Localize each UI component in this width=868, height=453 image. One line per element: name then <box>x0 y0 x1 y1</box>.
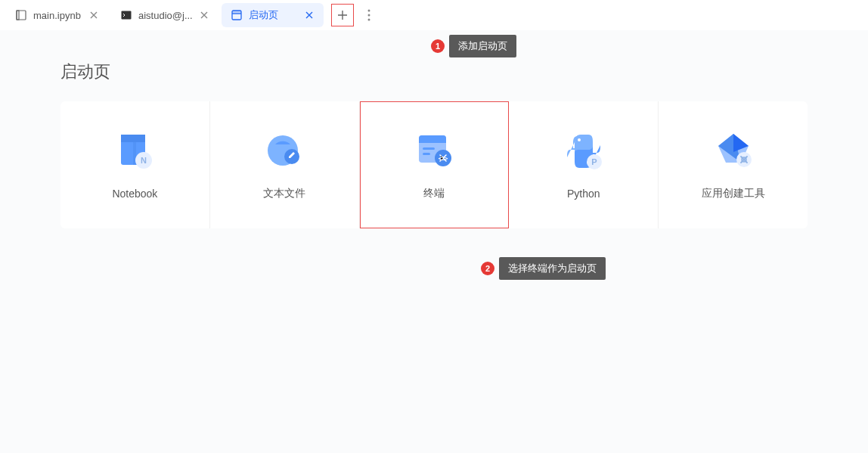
callout-add-launcher: 1 添加启动页 <box>431 35 516 57</box>
launcher-card-terminal[interactable]: <> 终端 <box>360 101 510 228</box>
tab-notebook[interactable]: main.ipynb <box>6 3 108 27</box>
launcher-card-python[interactable]: P Python <box>509 101 659 228</box>
tab-label: 启动页 <box>249 8 298 22</box>
launcher-grid: N Notebook 文本文件 <box>60 101 808 228</box>
launcher-card-label: Notebook <box>112 188 157 200</box>
launcher-card-label: Python <box>567 188 600 200</box>
tab-terminal-session[interactable]: aistudio@j... <box>111 3 219 27</box>
terminal-tile-icon: <> <box>413 129 455 172</box>
launcher-page: 启动页 N Notebook <box>0 30 868 259</box>
page-title: 启动页 <box>60 61 808 83</box>
callout-number: 2 <box>481 262 494 275</box>
textfile-tile-icon <box>263 129 305 172</box>
callout-number: 1 <box>431 39 445 53</box>
svg-text:N: N <box>141 156 147 165</box>
svg-rect-1 <box>17 11 19 20</box>
svg-text:P: P <box>591 157 597 166</box>
svg-rect-2 <box>122 11 132 20</box>
svg-text:<>: <> <box>438 154 448 163</box>
close-icon[interactable] <box>199 10 209 20</box>
svg-rect-18 <box>419 140 446 143</box>
svg-rect-19 <box>423 147 435 150</box>
svg-point-8 <box>367 19 370 21</box>
close-icon[interactable] <box>88 10 99 20</box>
tab-label: main.ipynb <box>33 10 82 21</box>
launcher-card-notebook[interactable]: N Notebook <box>60 101 210 228</box>
add-tab-button[interactable] <box>331 4 354 26</box>
launcher-icon <box>231 9 243 21</box>
python-tile-icon: P <box>563 130 605 172</box>
svg-point-7 <box>367 14 370 17</box>
tab-bar: main.ipynb aistudio@j... 启动页 <box>0 0 868 30</box>
close-icon[interactable] <box>304 10 315 20</box>
notebook-icon <box>15 9 27 21</box>
svg-point-6 <box>367 10 370 12</box>
callout-select-terminal: 2 选择终端作为启动页 <box>481 257 606 280</box>
svg-point-23 <box>578 138 581 141</box>
launcher-card-label: 应用创建工具 <box>702 187 765 200</box>
launcher-card-apptool[interactable]: 应用创建工具 <box>659 101 808 228</box>
svg-rect-20 <box>423 153 430 155</box>
launcher-card-label: 终端 <box>423 187 445 200</box>
apptool-tile-icon <box>712 129 755 172</box>
tab-launcher[interactable]: 启动页 <box>222 3 324 27</box>
launcher-card-textfile[interactable]: 文本文件 <box>210 101 360 228</box>
svg-rect-0 <box>17 11 26 20</box>
callout-label: 选择终端作为启动页 <box>499 257 606 280</box>
launcher-card-label: 文本文件 <box>263 187 305 200</box>
tab-label: aistudio@j... <box>138 10 193 21</box>
callout-label: 添加启动页 <box>449 35 516 57</box>
notebook-tile-icon: N <box>113 130 156 172</box>
terminal-icon <box>120 9 132 21</box>
tab-more-button[interactable] <box>361 4 377 26</box>
